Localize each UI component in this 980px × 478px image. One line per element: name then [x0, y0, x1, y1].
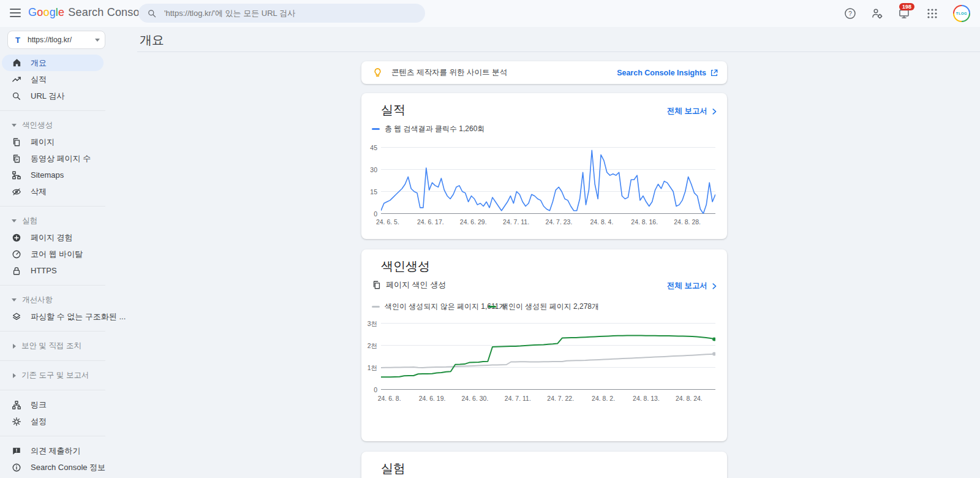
insights-link[interactable]: Search Console Insights — [617, 69, 718, 77]
clicks-chart[interactable] — [381, 147, 715, 214]
y-axis-label: 2천 — [368, 342, 377, 351]
chevron-right-icon — [710, 282, 718, 290]
x-axis-label: 24. 8. 13. — [633, 395, 660, 402]
divider — [0, 331, 105, 332]
help-icon[interactable]: ? — [844, 7, 856, 20]
sidebar-item-pages[interactable]: 페이지 — [2, 134, 104, 150]
external-link-icon — [710, 69, 718, 77]
x-axis-label: 24. 7. 11. — [503, 218, 529, 226]
x-axis-label: 24. 8. 16. — [631, 218, 658, 226]
x-axis-label: 24. 7. 11. — [505, 395, 531, 402]
apps-grid-icon[interactable] — [926, 7, 938, 20]
chevron-down-icon — [95, 39, 100, 42]
experiment-card: 실험 — [361, 452, 727, 478]
indexed-legend: 색인이 생성된 페이지 2,278개 — [488, 302, 599, 312]
home-icon — [11, 58, 22, 69]
speedometer-icon — [11, 249, 22, 260]
divider — [0, 390, 105, 390]
url-inspect-searchbar[interactable] — [138, 4, 425, 23]
clicks-legend: 총 웹 검색결과 클릭수 1,260회 — [372, 124, 484, 134]
page-title: 개요 — [140, 32, 164, 48]
app-logo[interactable]: Google Search Console — [28, 6, 148, 19]
performance-full-report-link[interactable]: 전체 보고서 — [667, 106, 718, 116]
indexing-x-axis: 24. 6. 8.24. 6. 19.24. 6. 30.24. 7. 11.2… — [381, 395, 715, 403]
sidebar-item-performance[interactable]: 실적 — [2, 71, 104, 88]
google-logo-text: Google — [28, 6, 64, 19]
layers-icon — [11, 311, 22, 322]
sitemap-icon — [11, 170, 22, 181]
property-selector[interactable]: T https://tlog.kr/ — [7, 31, 105, 49]
y-axis-label: 15 — [370, 188, 377, 195]
sidebar-item-settings[interactable]: 설정 — [2, 413, 104, 430]
chevron-down-icon — [12, 124, 17, 127]
x-axis-label: 24. 6. 30. — [462, 395, 489, 402]
chevron-right-icon — [13, 344, 16, 349]
x-axis-label: 24. 7. 23. — [546, 218, 573, 226]
pages-icon — [372, 280, 382, 290]
x-axis-label: 24. 6. 17. — [417, 218, 444, 226]
sidebar-item-https[interactable]: HTTPS — [2, 262, 104, 279]
chevron-right-icon — [710, 107, 718, 116]
sidebar-section-security[interactable]: 보안 및 직접 조치 — [2, 338, 104, 354]
indexing-card-title: 색인생성 — [381, 258, 430, 275]
svg-text:?: ? — [848, 10, 852, 17]
performance-card-title: 실적 — [381, 102, 405, 118]
x-axis-label: 24. 6. 5. — [376, 218, 399, 226]
legend-dash — [488, 306, 496, 308]
sidebar-section-indexing[interactable]: 색인생성 — [2, 117, 104, 134]
indexing-card: 색인생성 페이지 색인 생성 전체 보고서 색인이 생성되지 않은 페이지 1,… — [361, 249, 727, 441]
indexing-chart[interactable] — [381, 323, 715, 390]
avatar[interactable]: TLOG — [953, 5, 970, 22]
sidebar-item-page-experience[interactable]: 페이지 경험 — [2, 229, 104, 246]
info-icon — [11, 462, 22, 473]
x-axis-label: 24. 6. 19. — [419, 395, 446, 402]
legend-dash — [372, 306, 380, 308]
pages-icon — [11, 137, 22, 148]
indexing-y-axis: 3천2천1천0 — [361, 323, 377, 390]
x-axis-label: 24. 6. 29. — [460, 218, 487, 226]
sidebar-item-sitemaps[interactable]: Sitemaps — [2, 167, 104, 183]
lightbulb-icon — [372, 67, 383, 78]
divider — [0, 285, 105, 286]
sidebar-item-unparsable-structured-data[interactable]: 파싱할 수 없는 구조화된 ... — [2, 308, 104, 325]
y-axis-label: 30 — [370, 166, 377, 173]
video-pages-icon — [11, 153, 22, 164]
property-domain: https://tlog.kr/ — [28, 36, 95, 44]
sidebar-item-about[interactable]: Search Console 정보 — [2, 459, 104, 476]
performance-card: 실적 전체 보고서 총 웹 검색결과 클릭수 1,260회 4530150 24… — [361, 93, 727, 239]
search-console-overview: { "topbar": { "logo_letters": [ {"ch":"G… — [0, 0, 980, 478]
sidebar-item-overview[interactable]: 개요 — [2, 55, 104, 71]
trending-up-icon — [11, 74, 22, 85]
sidebar-item-links[interactable]: 링크 — [2, 396, 104, 413]
x-axis-label: 24. 8. 2. — [592, 395, 615, 402]
lock-icon — [11, 265, 22, 276]
sidebar-item-feedback[interactable]: 의견 제출하기 — [2, 442, 104, 459]
announcements-button[interactable]: 198 — [898, 7, 911, 20]
y-axis-label: 1천 — [368, 364, 377, 373]
divider — [0, 436, 105, 436]
y-axis-label: 45 — [370, 144, 377, 151]
sidebar-item-removals[interactable]: 삭제 — [2, 183, 104, 200]
indexing-full-report-link[interactable]: 전체 보고서 — [667, 281, 718, 291]
links-icon — [11, 400, 22, 411]
sidebar-item-url-inspection[interactable]: URL 검사 — [2, 88, 104, 104]
product-name: Search Console — [68, 6, 148, 19]
x-axis-label: 24. 7. 22. — [547, 395, 574, 402]
page-indexing-subheader: 페이지 색인 생성 — [372, 279, 446, 290]
y-axis-label: 3천 — [368, 320, 377, 328]
sidebar-item-video-pages[interactable]: 동영상 페이지 수 — [2, 150, 104, 167]
x-axis-label: 24. 8. 28. — [674, 218, 701, 226]
sidebar: T https://tlog.kr/ 개요 실적 URL 검사 색인생성 — [0, 27, 105, 478]
property-favicon: T — [13, 36, 23, 45]
insights-banner[interactable]: 콘텐츠 제작자를 위한 사이트 분석 Search Console Insigh… — [361, 61, 727, 84]
topbar-actions: ? 198 TLOG — [844, 0, 970, 27]
page-experience-icon — [11, 232, 22, 243]
search-input[interactable] — [164, 9, 417, 18]
user-settings-icon[interactable] — [871, 7, 883, 20]
gear-icon — [11, 416, 22, 427]
sidebar-item-core-web-vitals[interactable]: 코어 웹 바이탈 — [2, 246, 104, 262]
sidebar-section-experience[interactable]: 실험 — [2, 213, 104, 229]
menu-icon[interactable] — [10, 9, 21, 17]
sidebar-section-legacy-tools[interactable]: 기존 도구 및 보고서 — [2, 367, 104, 384]
sidebar-section-enhancements[interactable]: 개선사항 — [2, 292, 104, 308]
